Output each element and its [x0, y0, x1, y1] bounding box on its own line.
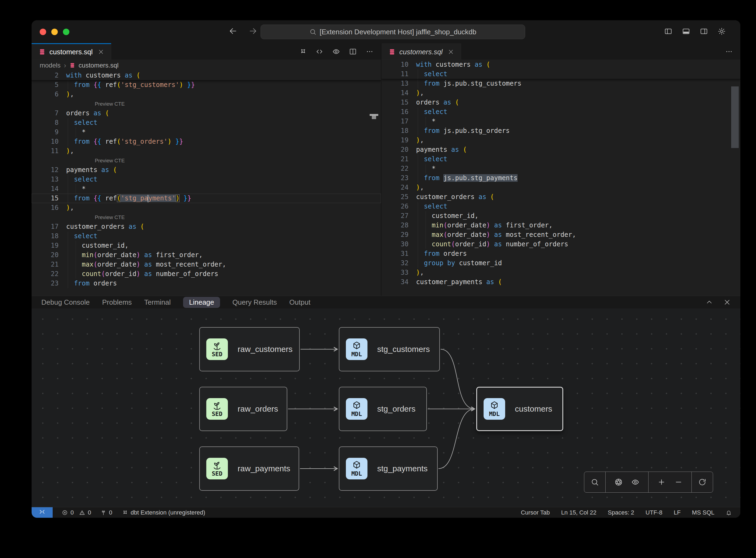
code-line[interactable]: 32 group by customer_id	[382, 258, 740, 268]
code-line[interactable]: 14),	[382, 88, 740, 98]
lineage-node-stg_customers[interactable]: MDLstg_customers	[339, 327, 440, 371]
lineage-eye-button[interactable]	[631, 478, 640, 486]
lineage-node-raw_orders[interactable]: SEDraw_orders	[199, 387, 287, 431]
line-number[interactable]: 6	[32, 90, 59, 99]
panel-tab-problems[interactable]: Problems	[102, 297, 132, 308]
code-line[interactable]: 21 max(order_date) as most_recent_order,	[32, 260, 381, 269]
line-number[interactable]: 10	[32, 137, 59, 146]
gear-icon[interactable]	[718, 27, 726, 35]
editor-action-eye-icon[interactable]	[332, 48, 340, 55]
line-number[interactable]: 16	[32, 203, 59, 212]
lineage-aperture-button[interactable]	[615, 478, 623, 486]
line-number[interactable]: 19	[382, 135, 409, 145]
line-number[interactable]: 18	[32, 231, 59, 241]
code-line[interactable]: 10with customers as (	[382, 60, 740, 70]
line-number[interactable]: 12	[32, 165, 59, 175]
line-number[interactable]: 16	[382, 107, 409, 117]
layout-panel-bottom-icon[interactable]	[682, 27, 690, 35]
line-number[interactable]: 5	[32, 80, 59, 90]
code-line[interactable]: 17 *	[382, 117, 740, 126]
code-line[interactable]: 15orders as (	[382, 98, 740, 107]
line-number[interactable]: 31	[382, 249, 409, 258]
panel-tab-debug-console[interactable]: Debug Console	[41, 297, 89, 308]
lineage-node-raw_customers[interactable]: SEDraw_customers	[199, 327, 300, 371]
code-line[interactable]: 22 count(order_id) as number_of_orders	[32, 269, 381, 279]
code-line[interactable]: 20payments as (	[382, 145, 740, 154]
panel-close-icon[interactable]	[724, 299, 731, 306]
layout-sidebar-right-icon[interactable]	[700, 27, 708, 35]
editor-action-ellipsis-icon[interactable]	[366, 48, 373, 55]
code-line[interactable]: 15 from {{ ref('stg_payments') }}	[32, 194, 381, 203]
panel-chevron-up-icon[interactable]	[706, 299, 713, 306]
tab-customers-sql-compiled[interactable]: customers.sql	[382, 43, 461, 60]
panel-tab-lineage[interactable]: Lineage	[183, 297, 220, 308]
codelens-row[interactable]: Preview CTE	[32, 212, 381, 222]
panel-tab-terminal[interactable]: Terminal	[144, 297, 171, 308]
line-number[interactable]: 14	[382, 88, 409, 98]
line-number[interactable]: 30	[382, 239, 409, 249]
code-line[interactable]: 33),	[382, 268, 740, 277]
line-number[interactable]: 26	[382, 202, 409, 211]
editor-action-ellipsis-icon[interactable]	[725, 48, 733, 55]
line-number[interactable]: 11	[32, 146, 59, 156]
lineage-node-stg_payments[interactable]: MDLstg_payments	[339, 447, 438, 491]
lineage-node-stg_orders[interactable]: MDLstg_orders	[339, 387, 427, 431]
code-line[interactable]: 13 select	[32, 175, 381, 184]
code-line[interactable]: 11),	[32, 146, 381, 156]
code-line[interactable]: 19),	[382, 135, 740, 145]
code-line[interactable]: 26 select	[382, 202, 740, 211]
editor-action-code-icon[interactable]	[316, 48, 323, 55]
compiled-editor[interactable]: 10with customers as (11 select13 from js…	[382, 60, 740, 296]
code-line[interactable]: 13 from js.pub.stg_customers	[382, 79, 740, 88]
status-item-spaces-2[interactable]: Spaces: 2	[608, 509, 634, 516]
panel-tab-output[interactable]: Output	[289, 297, 311, 308]
line-number[interactable]: 13	[32, 175, 59, 184]
line-number[interactable]: 21	[32, 260, 59, 269]
code-line[interactable]: 34customer_payments as (	[382, 277, 740, 287]
ports-status[interactable]: 0	[100, 509, 112, 516]
line-number[interactable]: 20	[32, 250, 59, 260]
status-item-ms-sql[interactable]: MS SQL	[692, 509, 714, 516]
code-line[interactable]: 27 customer_id,	[382, 211, 740, 221]
line-number[interactable]: 23	[382, 173, 409, 183]
code-line[interactable]: 18 from js.pub.stg_orders	[382, 126, 740, 135]
code-line[interactable]: 12payments as (	[32, 165, 381, 175]
line-number[interactable]: 33	[382, 268, 409, 277]
lineage-canvas[interactable]: SEDraw_customersMDLstg_customersSEDraw_o…	[32, 308, 740, 507]
line-number[interactable]: 14	[32, 184, 59, 194]
line-number[interactable]: 11	[382, 70, 409, 79]
close-window-button[interactable]	[40, 29, 46, 35]
code-line[interactable]: 18 select	[32, 231, 381, 241]
lineage-node-customers[interactable]: MDLcustomers	[476, 387, 563, 431]
line-number[interactable]: 34	[382, 277, 409, 287]
code-line[interactable]: 20 min(order_date) as first_order,	[32, 250, 381, 260]
line-number[interactable]: 15	[32, 194, 59, 203]
status-item-lf[interactable]: LF	[674, 509, 681, 516]
codelens-row[interactable]: Preview CTE	[32, 99, 381, 108]
close-tab-icon[interactable]	[98, 49, 104, 55]
lineage-minus-button[interactable]	[675, 478, 682, 486]
code-line[interactable]: 16),	[32, 203, 381, 212]
layout-sidebar-left-icon[interactable]	[664, 27, 672, 35]
scrollbar[interactable]	[731, 86, 739, 148]
line-number[interactable]: 23	[32, 279, 59, 288]
code-line[interactable]: 30 count(order_id) as number_of_orders	[382, 239, 740, 249]
line-number[interactable]: 22	[382, 164, 409, 173]
code-line[interactable]: 10 from {{ ref('stg_orders') }}	[32, 137, 381, 146]
sticky-scroll[interactable]: 10with customers as (11 select	[382, 60, 740, 79]
line-number[interactable]: 18	[382, 126, 409, 135]
editor-action-split-icon[interactable]	[349, 48, 357, 55]
code-line[interactable]: 14 *	[32, 184, 381, 194]
code-line[interactable]: 25customer_orders as (	[382, 192, 740, 202]
overview-ruler-marker[interactable]	[370, 114, 378, 116]
forward-button[interactable]	[249, 27, 257, 36]
line-number[interactable]: 25	[382, 192, 409, 202]
code-line[interactable]: 2with customers as (	[32, 71, 381, 80]
lineage-search-button[interactable]	[591, 478, 599, 486]
lineage-refresh-button[interactable]	[698, 478, 706, 486]
breadcrumb-folder[interactable]: models	[40, 61, 60, 69]
code-line[interactable]: 31 from orders	[382, 249, 740, 258]
remote-indicator[interactable]	[32, 507, 53, 518]
bell-icon[interactable]	[726, 510, 732, 515]
line-number[interactable]: 17	[382, 117, 409, 126]
